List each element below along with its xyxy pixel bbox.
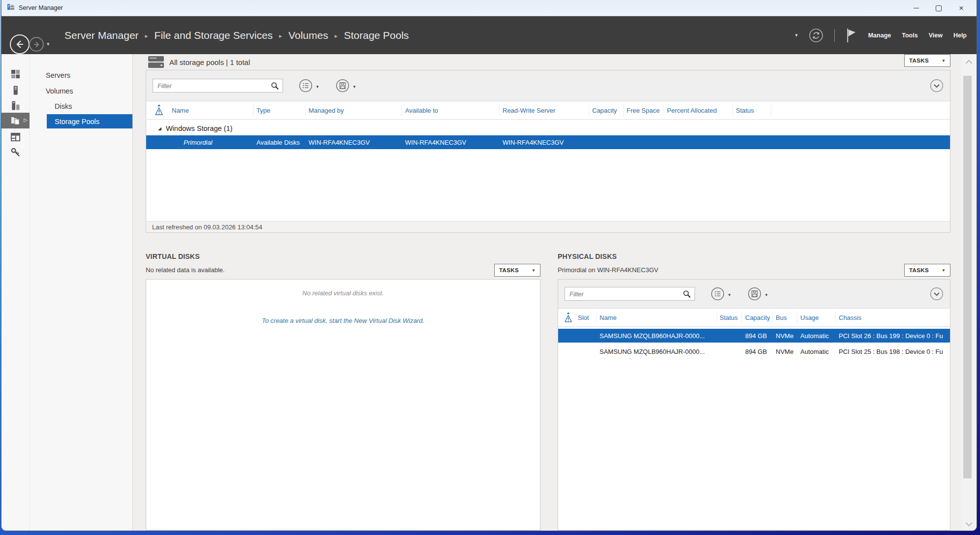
history-dropdown-caret[interactable]: ▾ [47,41,50,47]
pools-table-header: Name Type Managed by Available to Read-W… [146,101,950,120]
scroll-up-icon[interactable] [961,57,977,69]
column-capacity[interactable]: Capacity [589,104,624,116]
new-virtual-disk-wizard-link[interactable]: To create a virtual disk, start the New … [146,317,540,324]
column-capacity[interactable]: Capacity [742,312,773,323]
column-chassis[interactable]: Chassis [836,312,950,323]
back-button[interactable] [10,34,30,54]
column-percent-allocated[interactable]: Percent Allocated [664,104,733,116]
collapse-panel-icon[interactable] [930,287,944,303]
virtual-disks-title: VIRTUAL DISKS [146,252,200,260]
nav-divider [834,29,835,42]
column-type[interactable]: Type [253,104,306,116]
tasks-caret-icon: ▼ [942,59,946,63]
column-bus[interactable]: Bus [773,312,797,323]
table-row-disk-1[interactable]: SAMSUNG MZQLB960HAJR-0000... 894 GB NVMe… [558,329,950,343]
scrollbar-thumb[interactable] [963,76,972,478]
sidebar-item-storage-pools[interactable]: Storage Pools [47,114,132,128]
scroll-down-icon[interactable] [961,517,977,529]
search-icon[interactable] [683,290,691,298]
column-free-space[interactable]: Free Space [624,104,664,116]
group-row-windows-storage[interactable]: ◢ Windows Storage (1) [146,122,950,135]
expander-icon[interactable]: ▷ [24,117,28,123]
physical-disks-filter [565,287,695,301]
breadcrumb-file-storage-services[interactable]: File and Storage Services [155,30,273,41]
no-virtual-disks-text: No related virtual disks exist. [146,289,540,297]
column-status[interactable]: Status [717,312,742,323]
sidebar-item-volumes[interactable]: Volumes [30,84,133,98]
column-managed-by[interactable]: Managed by [306,104,402,116]
maximize-button[interactable] [927,0,950,16]
virtual-disks-subtitle: No related data is available. [146,266,224,274]
filter-criteria-icon[interactable] [299,79,313,94]
group-expanded-icon[interactable]: ◢ [158,126,161,131]
last-refreshed-text: Last refreshed on 09.03.2026 13:04:54 [146,223,262,231]
local-server-icon[interactable] [1,82,30,98]
filter-criteria-caret[interactable]: ▼ [316,85,319,89]
save-query-caret[interactable]: ▼ [764,293,768,297]
table-row-disk-2[interactable]: SAMSUNG MZQLB960HAJR-0000... 894 GB NVMe… [558,345,950,358]
sidebar-item-servers[interactable]: Servers [30,68,133,82]
save-query-icon[interactable] [336,79,349,94]
save-query-caret[interactable]: ▼ [352,85,356,89]
physical-disks-tasks-button[interactable]: TASKS ▼ [904,264,950,277]
sidebar-item-disks[interactable]: Disks [30,99,133,113]
column-name[interactable]: Name [597,312,717,323]
filter-criteria-caret[interactable]: ▼ [727,293,731,297]
dashboard-icon[interactable] [1,66,30,82]
services-icon[interactable] [1,129,30,145]
physical-disks-panel: ▼ ▼ Slot Name Status Capacity Bus Usage … [558,279,950,531]
pools-toolbar: ▼ ▼ [146,70,950,101]
notifications-caret[interactable]: ▾ [795,32,798,38]
save-query-icon[interactable] [748,287,761,303]
alert-sort-column[interactable] [146,104,169,116]
pools-header: All storage pools | 1 total [169,58,250,66]
menu-manage[interactable]: Manage [868,32,891,39]
column-usage[interactable]: Usage [797,312,836,323]
breadcrumb-separator-icon: ▸ [279,31,282,39]
physical-disks-subtitle: Primordial on WIN-RFA4KNEC3GV [558,266,658,274]
search-icon[interactable] [271,82,279,90]
title-bar: Server Manager × [1,0,977,16]
physical-disks-title: PHYSICAL DISKS [558,252,617,260]
pools-tasks-button[interactable]: TASKS ▼ [904,54,950,67]
menu-view[interactable]: View [929,32,943,39]
vertical-scrollbar[interactable] [961,54,977,531]
minimize-button[interactable] [905,0,927,16]
all-servers-icon[interactable] [1,97,30,113]
column-available-to[interactable]: Available to [402,104,500,116]
server-manager-window: Server Manager × ▾ Server Manager ▸ File… [1,0,977,531]
menu-help[interactable]: Help [953,32,967,39]
flag-icon[interactable] [846,28,857,43]
physical-disks-table-header: Slot Name Status Capacity Bus Usage Chas… [558,308,950,327]
breadcrumb-server-manager[interactable]: Server Manager [64,30,139,41]
maximize-icon [936,5,942,11]
physical-disks-toolbar: ▼ ▼ [558,280,950,309]
virtual-disks-tasks-button[interactable]: TASKS ▼ [494,264,540,277]
left-icon-strip: ▷ [1,54,30,531]
close-button[interactable]: × [950,0,973,16]
breadcrumb-separator-icon: ▸ [335,31,338,39]
collapse-panel-icon[interactable] [930,79,944,94]
storage-pool-icon [148,56,164,70]
menu-tools[interactable]: Tools [902,32,917,39]
tasks-caret-icon: ▼ [532,268,536,273]
server-manager-app-icon [7,3,15,13]
breadcrumb-volumes[interactable]: Volumes [288,30,328,41]
filter-criteria-icon[interactable] [711,287,725,303]
pools-filter-input[interactable] [153,82,271,90]
forward-button[interactable] [29,37,44,52]
breadcrumb-storage-pools[interactable]: Storage Pools [344,30,409,41]
storage-pools-panel: ▼ ▼ Name Type Managed by Available to Re… [146,70,950,233]
physical-disks-filter-input[interactable] [565,290,683,298]
file-storage-services-icon[interactable]: ▷ [1,113,30,128]
column-status[interactable]: Status [733,104,771,116]
table-row-primordial[interactable]: Primordial Available Disks WIN-RFA4KNEC3… [146,135,950,149]
breadcrumb: Server Manager ▸ File and Storage Servic… [64,16,409,54]
column-rw-server[interactable]: Read-Write Server [500,104,589,116]
refresh-icon[interactable] [809,28,823,43]
column-slot[interactable]: Slot [575,312,597,323]
pools-status-bar: Last refreshed on 09.03.2026 13:04:54 [146,221,950,232]
keys-icon[interactable] [1,144,30,160]
alert-sort-column[interactable] [558,312,575,323]
column-name[interactable]: Name [169,104,253,116]
